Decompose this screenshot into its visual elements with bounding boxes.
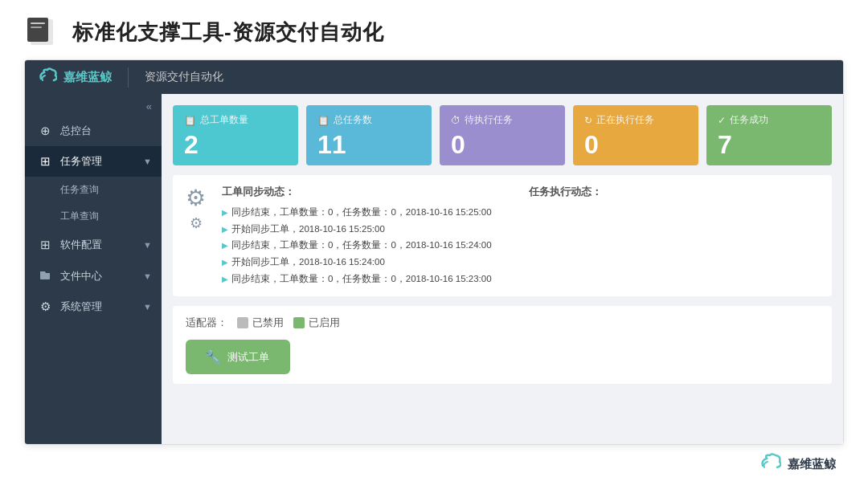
sidebar-item-label: 文件中心 [60, 269, 102, 283]
sidebar-item-file-center[interactable]: 文件中心 ▼ [25, 260, 162, 291]
sidebar-sub-label: 任务查询 [60, 184, 99, 195]
stat-value: 7 [718, 132, 732, 157]
sidebar-item-label: 软件配置 [60, 238, 102, 252]
software-config-icon: ⊞ [38, 238, 52, 252]
sidebar-sub-label: 工单查询 [60, 210, 99, 222]
svg-rect-3 [31, 26, 42, 28]
sidebar-item-workorder-query[interactable]: 工单查询 [25, 203, 162, 230]
dashboard-icon: ⊕ [38, 124, 52, 138]
sidebar-collapse-button[interactable]: « [25, 97, 162, 116]
stat-icon: 📋 [317, 115, 330, 126]
config-title: 适配器： [186, 316, 227, 330]
stat-card-running-tasks: ↻ 正在执行任务 0 [573, 105, 698, 165]
sidebar-item-label: 总控台 [60, 124, 92, 138]
stat-value: 2 [184, 132, 199, 157]
config-card-label: 测试工单 [227, 350, 269, 365]
chevron-down-icon: ▼ [143, 302, 152, 312]
stats-row: 📋 总工单数量 2 📋 总任务数 11 ⏱ 待执行任务 [173, 105, 832, 165]
footer-brand-text: 嘉维蓝鲸 [788, 457, 836, 472]
stat-value: 0 [451, 132, 465, 157]
file-center-icon [38, 268, 52, 283]
app-logo: 嘉维蓝鲸 [38, 67, 129, 88]
chevron-down-icon: ▼ [143, 271, 152, 281]
legend-enabled-label: 已启用 [309, 316, 340, 330]
page-title: 标准化支撑工具-资源交付自动化 [72, 18, 384, 47]
sidebar-item-software-config[interactable]: ⊞ 软件配置 ▼ [25, 230, 162, 260]
stat-card-pending-tasks: ⏱ 待执行任务 0 [440, 105, 565, 165]
stat-icon: ↻ [584, 115, 592, 126]
config-panel-header: 适配器： 已禁用 已启用 [186, 316, 819, 330]
footer-logo-icon [759, 453, 781, 475]
log-item-5: 同步结束，工单数量：0，任务数量：0，2018-10-16 15:23:00 [222, 271, 513, 287]
sidebar-item-label: 系统管理 [60, 300, 102, 314]
chevron-down-icon: ▼ [143, 240, 152, 250]
task-activity: 任务执行动态： [529, 185, 820, 287]
app-brand-name: 嘉维蓝鲸 [63, 70, 112, 85]
logo-icon [38, 67, 57, 88]
log-item-1: 同步结束，工单数量：0，任务数量：0，2018-10-16 15:25:00 [222, 204, 513, 221]
legend-disabled-label: 已禁用 [252, 316, 284, 330]
stat-label: 📋 总工单数量 [184, 113, 248, 127]
legend-enabled: 已启用 [293, 316, 340, 330]
config-card-test-workorder[interactable]: 🔧 测试工单 [186, 340, 290, 374]
stat-label: ✓ 任务成功 [718, 113, 768, 127]
stat-icon: ⏱ [451, 115, 461, 126]
page-header: 标准化支撑工具-资源交付自动化 [0, 0, 868, 59]
legend-dot-disabled [237, 317, 248, 328]
task-activity-title: 任务执行动态： [529, 185, 820, 199]
wrench-icon: 🔧 [205, 349, 221, 365]
stat-value: 11 [317, 132, 346, 157]
gear-small-icon: ⚙ [190, 214, 203, 232]
stat-card-total-orders: 📋 总工单数量 2 [173, 105, 298, 165]
activity-icons: ⚙ ⚙ [186, 185, 206, 287]
app-nav-title: 资源交付自动化 [145, 70, 223, 84]
activity-panel: ⚙ ⚙ 工单同步动态： 同步结束，工单数量：0，任务数量：0，2018-10-1… [173, 175, 832, 296]
sys-mgmt-icon: ⚙ [38, 300, 52, 314]
stat-card-success-tasks: ✓ 任务成功 7 [706, 105, 832, 165]
workorder-activity-title: 工单同步动态： [222, 185, 513, 199]
stat-label: 📋 总任务数 [317, 113, 372, 127]
header-icon [24, 14, 59, 50]
sidebar: « ⊕ 总控台 ⊞ 任务管理 ▼ 任务查询 工单查询 ⊞ 软件配置 ▼ [25, 94, 162, 444]
sidebar-item-task-query[interactable]: 任务查询 [25, 177, 162, 203]
task-mgmt-icon: ⊞ [38, 154, 52, 169]
sidebar-item-sys-mgmt[interactable]: ⚙ 系统管理 ▼ [25, 291, 162, 322]
stat-icon: 📋 [184, 115, 196, 126]
stat-label: ↻ 正在执行任务 [584, 113, 654, 127]
page-footer: 嘉维蓝鲸 [759, 453, 836, 475]
sidebar-item-task-mgmt[interactable]: ⊞ 任务管理 ▼ [25, 146, 162, 177]
sidebar-item-label: 任务管理 [60, 154, 102, 169]
legend-disabled: 已禁用 [237, 316, 284, 330]
legend-dot-enabled [293, 317, 305, 328]
chevron-down-icon: ▼ [143, 157, 152, 166]
app-window: 嘉维蓝鲸 资源交付自动化 « ⊕ 总控台 ⊞ 任务管理 ▼ 任务查询 工单查询 [24, 59, 844, 445]
stat-card-total-tasks: 📋 总任务数 11 [306, 105, 432, 165]
config-panel: 适配器： 已禁用 已启用 🔧 测试工单 [173, 306, 832, 384]
svg-rect-2 [31, 22, 45, 24]
log-item-2: 开始同步工单，2018-10-16 15:25:00 [222, 221, 513, 238]
stat-icon: ✓ [718, 115, 726, 126]
workorder-activity: 工单同步动态： 同步结束，工单数量：0，任务数量：0，2018-10-16 15… [222, 185, 513, 287]
main-content: 📋 总工单数量 2 📋 总任务数 11 ⏱ 待执行任务 [162, 94, 843, 444]
log-item-3: 同步结束，工单数量：0，任务数量：0，2018-10-16 15:24:00 [222, 237, 513, 254]
stat-value: 0 [584, 132, 599, 157]
svg-rect-1 [27, 18, 48, 42]
stat-label: ⏱ 待执行任务 [451, 113, 513, 127]
app-body: « ⊕ 总控台 ⊞ 任务管理 ▼ 任务查询 工单查询 ⊞ 软件配置 ▼ [25, 94, 843, 444]
app-topbar: 嘉维蓝鲸 资源交付自动化 [25, 60, 843, 94]
log-item-4: 开始同步工单，2018-10-16 15:24:00 [222, 254, 513, 271]
gear-large-icon: ⚙ [186, 185, 206, 211]
sidebar-item-dashboard[interactable]: ⊕ 总控台 [25, 116, 162, 146]
